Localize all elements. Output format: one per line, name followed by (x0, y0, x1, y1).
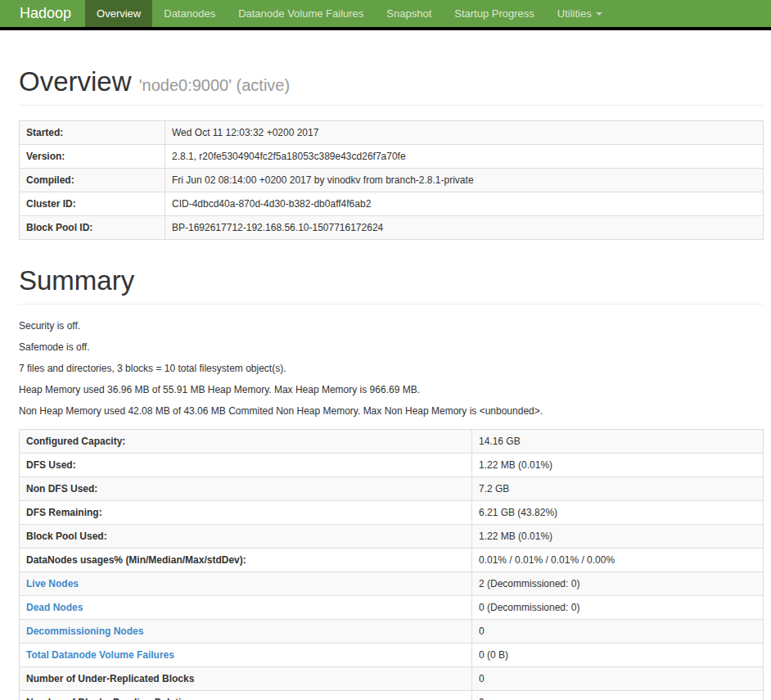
tab-datanodes[interactable]: Datanodes (152, 0, 227, 27)
row-value: 2.8.1, r20fe5304904fc2f5a18053c389e43cd2… (165, 145, 764, 169)
table-row: DataNodes usages% (Min/Median/Max/stdDev… (20, 549, 764, 572)
top-navbar: Hadoop Overview Datanodes Datanode Volum… (0, 0, 771, 30)
non-heap-memory-status: Non Heap Memory used 42.08 MB of 43.06 M… (19, 405, 764, 417)
safemode-status: Safemode is off. (19, 341, 764, 353)
table-row: DFS Used: 1.22 MB (0.01%) (20, 454, 764, 477)
overview-title: Overview (19, 66, 132, 97)
row-value: 0.01% / 0.01% / 0.01% / 0.00% (472, 549, 764, 572)
header-divider (19, 105, 764, 106)
row-value: 7.2 GB (472, 477, 764, 501)
row-label: Decommissioning Nodes (20, 620, 472, 644)
summary-table: Configured Capacity: 14.16 GB DFS Used: … (19, 429, 764, 700)
summary-divider (19, 304, 764, 305)
row-value: 1.22 MB (0.01%) (472, 454, 764, 477)
row-label: Cluster ID: (20, 192, 165, 216)
chevron-down-icon (596, 12, 602, 16)
table-row: Block Pool Used: 1.22 MB (0.01%) (20, 525, 764, 549)
main-content: Overview 'node0:9000' (active) Started: … (0, 66, 771, 700)
row-label: Block Pool ID: (20, 216, 165, 240)
table-row: Live Nodes 2 (Decommissioned: 0) (20, 572, 764, 596)
filesystem-objects-status: 7 files and directories, 3 blocks = 10 t… (19, 363, 764, 374)
row-label: Total Datanode Volume Failures (20, 644, 472, 667)
table-row: Non DFS Used: 7.2 GB (20, 477, 764, 501)
row-value: 0 (472, 691, 764, 700)
tab-startup-progress[interactable]: Startup Progress (443, 0, 546, 27)
tab-snapshot[interactable]: Snapshot (375, 0, 443, 27)
table-row: Dead Nodes 0 (Decommissioned: 0) (20, 596, 764, 620)
table-row: Block Pool ID: BP-1692617712-192.168.56.… (20, 216, 764, 240)
row-value: BP-1692617712-192.168.56.10-150771617262… (165, 216, 764, 240)
summary-title: Summary (19, 265, 764, 296)
tab-datanode-volume-failures[interactable]: Datanode Volume Failures (227, 0, 375, 27)
namenode-address-subtitle: 'node0:9000' (active) (139, 76, 290, 94)
row-value: CID-4dbcd40a-870d-4d30-b382-db0aff4f6ab2 (165, 192, 764, 216)
row-label: Compiled: (20, 169, 165, 192)
row-label: DFS Used: (20, 454, 472, 477)
table-row: Version: 2.8.1, r20fe5304904fc2f5a18053c… (20, 145, 764, 169)
total-datanode-volume-failures-link[interactable]: Total Datanode Volume Failures (26, 649, 174, 661)
security-status: Security is off. (19, 320, 764, 332)
row-value: 0 (Decommissioned: 0) (472, 596, 764, 620)
decommissioning-nodes-link[interactable]: Decommissioning Nodes (26, 625, 143, 637)
row-label: Non DFS Used: (20, 477, 472, 501)
row-value: Fri Jun 02 08:14:00 +0200 2017 by vinodk… (165, 169, 764, 192)
table-row: Started: Wed Oct 11 12:03:32 +0200 2017 (20, 121, 764, 145)
row-value: 2 (Decommissioned: 0) (472, 572, 764, 596)
table-row: DFS Remaining: 6.21 GB (43.82%) (20, 501, 764, 525)
row-label: Number of Blocks Pending Deletion (20, 691, 472, 700)
table-row: Configured Capacity: 14.16 GB (20, 430, 764, 454)
dead-nodes-link[interactable]: Dead Nodes (26, 602, 83, 613)
live-nodes-link[interactable]: Live Nodes (26, 578, 79, 589)
row-value: 1.22 MB (0.01%) (472, 525, 764, 549)
row-value: Wed Oct 11 12:03:32 +0200 2017 (165, 121, 764, 145)
row-label: DFS Remaining: (20, 501, 472, 525)
table-row: Number of Blocks Pending Deletion 0 (20, 691, 764, 700)
row-value: 0 (472, 667, 764, 691)
namenode-info-table: Started: Wed Oct 11 12:03:32 +0200 2017 … (19, 120, 764, 240)
table-row: Number of Under-Replicated Blocks 0 (20, 667, 764, 691)
page-title: Overview 'node0:9000' (active) (19, 66, 764, 97)
row-value: 0 (472, 620, 764, 644)
row-label: Block Pool Used: (20, 525, 472, 549)
tab-overview[interactable]: Overview (85, 0, 152, 27)
table-row: Total Datanode Volume Failures 0 (0 B) (20, 644, 764, 667)
table-row: Compiled: Fri Jun 02 08:14:00 +0200 2017… (20, 169, 764, 192)
row-label: Configured Capacity: (20, 430, 472, 454)
row-label: Dead Nodes (20, 596, 472, 620)
brand-hadoop[interactable]: Hadoop (0, 0, 85, 27)
table-row: Cluster ID: CID-4dbcd40a-870d-4d30-b382-… (20, 192, 764, 216)
row-value: 14.16 GB (472, 430, 764, 454)
menu-utilities[interactable]: Utilities (546, 0, 614, 27)
row-label: Number of Under-Replicated Blocks (20, 667, 472, 691)
table-row: Decommissioning Nodes 0 (20, 620, 764, 644)
utilities-label: Utilities (557, 7, 592, 20)
row-label: Started: (20, 121, 165, 145)
heap-memory-status: Heap Memory used 36.96 MB of 55.91 MB He… (19, 384, 764, 395)
row-label: Live Nodes (20, 572, 472, 596)
summary-status-lines: Security is off. Safemode is off. 7 file… (19, 320, 764, 417)
row-value: 6.21 GB (43.82%) (472, 501, 764, 525)
row-label: DataNodes usages% (Min/Median/Max/stdDev… (20, 549, 472, 572)
row-label: Version: (20, 145, 165, 169)
row-value: 0 (0 B) (472, 644, 764, 667)
